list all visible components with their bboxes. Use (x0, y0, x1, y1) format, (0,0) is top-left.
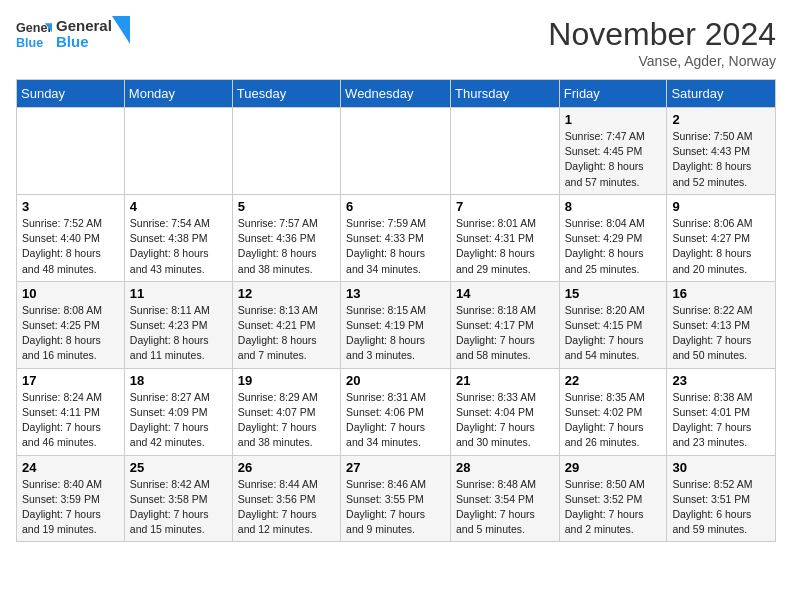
day-number: 2 (672, 112, 770, 127)
day-info: Sunrise: 8:40 AMSunset: 3:59 PMDaylight:… (22, 477, 119, 538)
day-info: Sunrise: 7:50 AMSunset: 4:43 PMDaylight:… (672, 129, 770, 190)
table-row: 11Sunrise: 8:11 AMSunset: 4:23 PMDayligh… (124, 281, 232, 368)
day-info: Sunrise: 8:48 AMSunset: 3:54 PMDaylight:… (456, 477, 554, 538)
table-row (341, 108, 451, 195)
day-number: 18 (130, 373, 227, 388)
title-block: November 2024 Vanse, Agder, Norway (548, 16, 776, 69)
day-number: 30 (672, 460, 770, 475)
day-number: 20 (346, 373, 445, 388)
table-row: 5Sunrise: 7:57 AMSunset: 4:36 PMDaylight… (232, 194, 340, 281)
day-number: 10 (22, 286, 119, 301)
calendar-table: Sunday Monday Tuesday Wednesday Thursday… (16, 79, 776, 542)
table-row: 27Sunrise: 8:46 AMSunset: 3:55 PMDayligh… (341, 455, 451, 542)
day-number: 26 (238, 460, 335, 475)
day-number: 13 (346, 286, 445, 301)
day-number: 5 (238, 199, 335, 214)
calendar-week-row: 10Sunrise: 8:08 AMSunset: 4:25 PMDayligh… (17, 281, 776, 368)
day-number: 6 (346, 199, 445, 214)
table-row: 24Sunrise: 8:40 AMSunset: 3:59 PMDayligh… (17, 455, 125, 542)
day-number: 17 (22, 373, 119, 388)
table-row: 17Sunrise: 8:24 AMSunset: 4:11 PMDayligh… (17, 368, 125, 455)
table-row (124, 108, 232, 195)
day-number: 3 (22, 199, 119, 214)
table-row: 21Sunrise: 8:33 AMSunset: 4:04 PMDayligh… (451, 368, 560, 455)
table-row: 15Sunrise: 8:20 AMSunset: 4:15 PMDayligh… (559, 281, 667, 368)
day-number: 4 (130, 199, 227, 214)
calendar-week-row: 17Sunrise: 8:24 AMSunset: 4:11 PMDayligh… (17, 368, 776, 455)
header-monday: Monday (124, 80, 232, 108)
day-number: 15 (565, 286, 662, 301)
calendar-week-row: 3Sunrise: 7:52 AMSunset: 4:40 PMDaylight… (17, 194, 776, 281)
table-row (451, 108, 560, 195)
day-number: 24 (22, 460, 119, 475)
logo-arrow-icon (112, 16, 130, 44)
table-row: 14Sunrise: 8:18 AMSunset: 4:17 PMDayligh… (451, 281, 560, 368)
day-info: Sunrise: 8:11 AMSunset: 4:23 PMDaylight:… (130, 303, 227, 364)
header-friday: Friday (559, 80, 667, 108)
table-row: 26Sunrise: 8:44 AMSunset: 3:56 PMDayligh… (232, 455, 340, 542)
day-info: Sunrise: 8:38 AMSunset: 4:01 PMDaylight:… (672, 390, 770, 451)
day-info: Sunrise: 8:29 AMSunset: 4:07 PMDaylight:… (238, 390, 335, 451)
day-info: Sunrise: 7:57 AMSunset: 4:36 PMDaylight:… (238, 216, 335, 277)
table-row: 16Sunrise: 8:22 AMSunset: 4:13 PMDayligh… (667, 281, 776, 368)
location: Vanse, Agder, Norway (548, 53, 776, 69)
calendar-week-row: 24Sunrise: 8:40 AMSunset: 3:59 PMDayligh… (17, 455, 776, 542)
table-row: 19Sunrise: 8:29 AMSunset: 4:07 PMDayligh… (232, 368, 340, 455)
table-row: 23Sunrise: 8:38 AMSunset: 4:01 PMDayligh… (667, 368, 776, 455)
table-row: 22Sunrise: 8:35 AMSunset: 4:02 PMDayligh… (559, 368, 667, 455)
logo-general: General (56, 18, 112, 35)
table-row: 12Sunrise: 8:13 AMSunset: 4:21 PMDayligh… (232, 281, 340, 368)
calendar-week-row: 1Sunrise: 7:47 AMSunset: 4:45 PMDaylight… (17, 108, 776, 195)
table-row: 4Sunrise: 7:54 AMSunset: 4:38 PMDaylight… (124, 194, 232, 281)
table-row: 10Sunrise: 8:08 AMSunset: 4:25 PMDayligh… (17, 281, 125, 368)
day-info: Sunrise: 7:52 AMSunset: 4:40 PMDaylight:… (22, 216, 119, 277)
table-row: 20Sunrise: 8:31 AMSunset: 4:06 PMDayligh… (341, 368, 451, 455)
day-info: Sunrise: 8:13 AMSunset: 4:21 PMDaylight:… (238, 303, 335, 364)
day-number: 22 (565, 373, 662, 388)
table-row: 3Sunrise: 7:52 AMSunset: 4:40 PMDaylight… (17, 194, 125, 281)
day-info: Sunrise: 7:47 AMSunset: 4:45 PMDaylight:… (565, 129, 662, 190)
header-thursday: Thursday (451, 80, 560, 108)
logo-blue: Blue (56, 34, 112, 51)
day-info: Sunrise: 7:54 AMSunset: 4:38 PMDaylight:… (130, 216, 227, 277)
day-info: Sunrise: 8:33 AMSunset: 4:04 PMDaylight:… (456, 390, 554, 451)
day-number: 9 (672, 199, 770, 214)
table-row: 18Sunrise: 8:27 AMSunset: 4:09 PMDayligh… (124, 368, 232, 455)
day-number: 21 (456, 373, 554, 388)
day-info: Sunrise: 8:20 AMSunset: 4:15 PMDaylight:… (565, 303, 662, 364)
logo-icon: General Blue (16, 16, 52, 52)
day-info: Sunrise: 8:46 AMSunset: 3:55 PMDaylight:… (346, 477, 445, 538)
day-info: Sunrise: 8:52 AMSunset: 3:51 PMDaylight:… (672, 477, 770, 538)
header-wednesday: Wednesday (341, 80, 451, 108)
day-number: 23 (672, 373, 770, 388)
day-info: Sunrise: 8:08 AMSunset: 4:25 PMDaylight:… (22, 303, 119, 364)
table-row: 25Sunrise: 8:42 AMSunset: 3:58 PMDayligh… (124, 455, 232, 542)
svg-text:Blue: Blue (16, 36, 43, 50)
day-info: Sunrise: 8:44 AMSunset: 3:56 PMDaylight:… (238, 477, 335, 538)
day-number: 19 (238, 373, 335, 388)
day-info: Sunrise: 8:18 AMSunset: 4:17 PMDaylight:… (456, 303, 554, 364)
table-row: 9Sunrise: 8:06 AMSunset: 4:27 PMDaylight… (667, 194, 776, 281)
table-row: 28Sunrise: 8:48 AMSunset: 3:54 PMDayligh… (451, 455, 560, 542)
month-title: November 2024 (548, 16, 776, 53)
header-tuesday: Tuesday (232, 80, 340, 108)
day-number: 16 (672, 286, 770, 301)
day-number: 29 (565, 460, 662, 475)
table-row: 8Sunrise: 8:04 AMSunset: 4:29 PMDaylight… (559, 194, 667, 281)
logo: General Blue General Blue (16, 16, 130, 52)
table-row (17, 108, 125, 195)
day-info: Sunrise: 7:59 AMSunset: 4:33 PMDaylight:… (346, 216, 445, 277)
day-number: 1 (565, 112, 662, 127)
table-row: 6Sunrise: 7:59 AMSunset: 4:33 PMDaylight… (341, 194, 451, 281)
day-info: Sunrise: 8:27 AMSunset: 4:09 PMDaylight:… (130, 390, 227, 451)
day-number: 7 (456, 199, 554, 214)
day-info: Sunrise: 8:24 AMSunset: 4:11 PMDaylight:… (22, 390, 119, 451)
table-row: 7Sunrise: 8:01 AMSunset: 4:31 PMDaylight… (451, 194, 560, 281)
day-info: Sunrise: 8:06 AMSunset: 4:27 PMDaylight:… (672, 216, 770, 277)
table-row: 30Sunrise: 8:52 AMSunset: 3:51 PMDayligh… (667, 455, 776, 542)
day-number: 8 (565, 199, 662, 214)
table-row (232, 108, 340, 195)
table-row: 1Sunrise: 7:47 AMSunset: 4:45 PMDaylight… (559, 108, 667, 195)
svg-marker-3 (112, 16, 130, 44)
table-row: 2Sunrise: 7:50 AMSunset: 4:43 PMDaylight… (667, 108, 776, 195)
